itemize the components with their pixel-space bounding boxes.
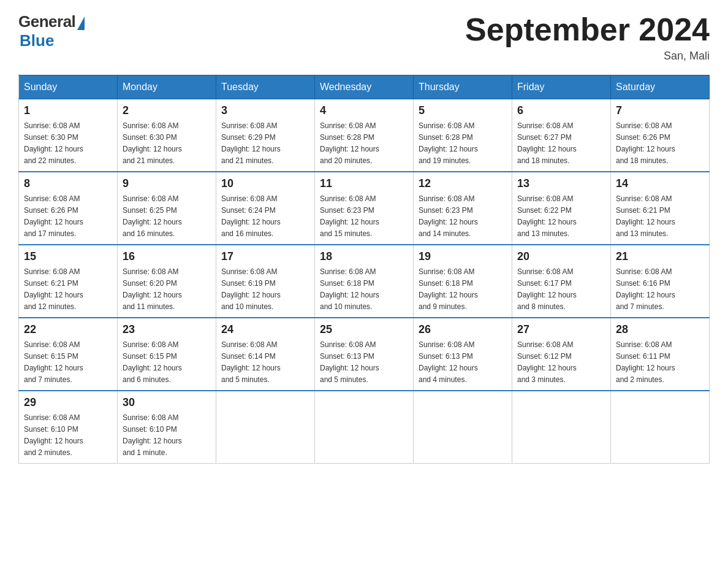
calendar-cell: 3 Sunrise: 6:08 AMSunset: 6:29 PMDayligh…	[216, 99, 315, 172]
day-info: Sunrise: 6:08 AMSunset: 6:30 PMDaylight:…	[24, 121, 83, 165]
day-info: Sunrise: 6:08 AMSunset: 6:27 PMDaylight:…	[517, 121, 577, 165]
page-header: General Blue September 2024 San, Mali	[18, 12, 710, 63]
day-number: 19	[419, 250, 507, 263]
calendar-cell: 24 Sunrise: 6:08 AMSunset: 6:14 PMDaylig…	[216, 318, 315, 391]
day-info: Sunrise: 6:08 AMSunset: 6:26 PMDaylight:…	[24, 194, 83, 238]
col-sunday: Sunday	[19, 75, 118, 99]
calendar-cell: 5 Sunrise: 6:08 AMSunset: 6:28 PMDayligh…	[414, 99, 512, 172]
calendar-cell: 8 Sunrise: 6:08 AMSunset: 6:26 PMDayligh…	[19, 172, 118, 245]
day-number: 29	[24, 396, 112, 409]
day-number: 15	[24, 250, 112, 263]
calendar-cell: 22 Sunrise: 6:08 AMSunset: 6:15 PMDaylig…	[19, 318, 118, 391]
week-row-2: 8 Sunrise: 6:08 AMSunset: 6:26 PMDayligh…	[19, 172, 710, 245]
calendar-cell	[611, 391, 710, 464]
day-info: Sunrise: 6:08 AMSunset: 6:13 PMDaylight:…	[419, 340, 478, 384]
day-info: Sunrise: 6:08 AMSunset: 6:18 PMDaylight:…	[320, 267, 379, 311]
calendar-cell: 25 Sunrise: 6:08 AMSunset: 6:13 PMDaylig…	[315, 318, 414, 391]
day-info: Sunrise: 6:08 AMSunset: 6:11 PMDaylight:…	[616, 340, 675, 384]
day-info: Sunrise: 6:08 AMSunset: 6:25 PMDaylight:…	[123, 194, 182, 238]
calendar-cell: 28 Sunrise: 6:08 AMSunset: 6:11 PMDaylig…	[611, 318, 710, 391]
calendar-cell: 20 Sunrise: 6:08 AMSunset: 6:17 PMDaylig…	[512, 245, 611, 318]
calendar-cell: 29 Sunrise: 6:08 AMSunset: 6:10 PMDaylig…	[19, 391, 118, 464]
day-info: Sunrise: 6:08 AMSunset: 6:29 PMDaylight:…	[221, 121, 281, 165]
day-number: 18	[320, 250, 408, 263]
day-number: 10	[221, 177, 309, 190]
calendar-table: Sunday Monday Tuesday Wednesday Thursday…	[18, 75, 710, 464]
day-info: Sunrise: 6:08 AMSunset: 6:21 PMDaylight:…	[616, 194, 675, 238]
logo-triangle-icon	[77, 17, 85, 30]
calendar-cell: 10 Sunrise: 6:08 AMSunset: 6:24 PMDaylig…	[216, 172, 315, 245]
day-info: Sunrise: 6:08 AMSunset: 6:23 PMDaylight:…	[419, 194, 478, 238]
calendar-cell	[512, 391, 611, 464]
calendar-cell: 2 Sunrise: 6:08 AMSunset: 6:30 PMDayligh…	[118, 99, 216, 172]
calendar-cell: 12 Sunrise: 6:08 AMSunset: 6:23 PMDaylig…	[414, 172, 512, 245]
day-info: Sunrise: 6:08 AMSunset: 6:15 PMDaylight:…	[123, 340, 182, 384]
week-row-1: 1 Sunrise: 6:08 AMSunset: 6:30 PMDayligh…	[19, 99, 710, 172]
day-info: Sunrise: 6:08 AMSunset: 6:30 PMDaylight:…	[123, 121, 182, 165]
logo: General Blue	[18, 12, 85, 50]
day-number: 11	[320, 177, 408, 190]
day-number: 3	[221, 104, 309, 117]
day-info: Sunrise: 6:08 AMSunset: 6:24 PMDaylight:…	[221, 194, 281, 238]
calendar-cell	[414, 391, 512, 464]
day-info: Sunrise: 6:08 AMSunset: 6:20 PMDaylight:…	[123, 267, 182, 311]
day-info: Sunrise: 6:08 AMSunset: 6:10 PMDaylight:…	[123, 413, 182, 457]
day-number: 12	[419, 177, 507, 190]
day-number: 16	[123, 250, 211, 263]
calendar-cell: 30 Sunrise: 6:08 AMSunset: 6:10 PMDaylig…	[118, 391, 216, 464]
day-number: 17	[221, 250, 309, 263]
day-number: 8	[24, 177, 112, 190]
calendar-cell	[216, 391, 315, 464]
calendar-cell: 26 Sunrise: 6:08 AMSunset: 6:13 PMDaylig…	[414, 318, 512, 391]
day-info: Sunrise: 6:08 AMSunset: 6:21 PMDaylight:…	[24, 267, 83, 311]
week-row-4: 22 Sunrise: 6:08 AMSunset: 6:15 PMDaylig…	[19, 318, 710, 391]
day-info: Sunrise: 6:08 AMSunset: 6:18 PMDaylight:…	[419, 267, 478, 311]
day-number: 9	[123, 177, 211, 190]
calendar-cell: 19 Sunrise: 6:08 AMSunset: 6:18 PMDaylig…	[414, 245, 512, 318]
day-number: 6	[517, 104, 605, 117]
calendar-cell: 7 Sunrise: 6:08 AMSunset: 6:26 PMDayligh…	[611, 99, 710, 172]
week-row-3: 15 Sunrise: 6:08 AMSunset: 6:21 PMDaylig…	[19, 245, 710, 318]
day-number: 26	[419, 323, 507, 336]
calendar-cell: 11 Sunrise: 6:08 AMSunset: 6:23 PMDaylig…	[315, 172, 414, 245]
col-monday: Monday	[118, 75, 216, 99]
calendar-cell: 13 Sunrise: 6:08 AMSunset: 6:22 PMDaylig…	[512, 172, 611, 245]
day-number: 22	[24, 323, 112, 336]
col-tuesday: Tuesday	[216, 75, 315, 99]
calendar-cell: 1 Sunrise: 6:08 AMSunset: 6:30 PMDayligh…	[19, 99, 118, 172]
logo-general-text: General	[18, 12, 75, 31]
day-number: 21	[616, 250, 704, 263]
day-number: 25	[320, 323, 408, 336]
day-info: Sunrise: 6:08 AMSunset: 6:28 PMDaylight:…	[320, 121, 379, 165]
day-number: 20	[517, 250, 605, 263]
day-number: 13	[517, 177, 605, 190]
day-info: Sunrise: 6:08 AMSunset: 6:26 PMDaylight:…	[616, 121, 675, 165]
day-info: Sunrise: 6:08 AMSunset: 6:17 PMDaylight:…	[517, 267, 577, 311]
calendar-cell: 14 Sunrise: 6:08 AMSunset: 6:21 PMDaylig…	[611, 172, 710, 245]
col-saturday: Saturday	[611, 75, 710, 99]
day-info: Sunrise: 6:08 AMSunset: 6:19 PMDaylight:…	[221, 267, 281, 311]
calendar-cell: 9 Sunrise: 6:08 AMSunset: 6:25 PMDayligh…	[118, 172, 216, 245]
day-info: Sunrise: 6:08 AMSunset: 6:22 PMDaylight:…	[517, 194, 577, 238]
day-info: Sunrise: 6:08 AMSunset: 6:10 PMDaylight:…	[24, 413, 83, 457]
header-row: Sunday Monday Tuesday Wednesday Thursday…	[19, 75, 710, 99]
calendar-cell: 16 Sunrise: 6:08 AMSunset: 6:20 PMDaylig…	[118, 245, 216, 318]
day-number: 30	[123, 396, 211, 409]
week-row-5: 29 Sunrise: 6:08 AMSunset: 6:10 PMDaylig…	[19, 391, 710, 464]
calendar-cell: 27 Sunrise: 6:08 AMSunset: 6:12 PMDaylig…	[512, 318, 611, 391]
calendar-cell: 23 Sunrise: 6:08 AMSunset: 6:15 PMDaylig…	[118, 318, 216, 391]
day-number: 23	[123, 323, 211, 336]
calendar-cell: 17 Sunrise: 6:08 AMSunset: 6:19 PMDaylig…	[216, 245, 315, 318]
day-number: 2	[123, 104, 211, 117]
col-wednesday: Wednesday	[315, 75, 414, 99]
day-info: Sunrise: 6:08 AMSunset: 6:16 PMDaylight:…	[616, 267, 675, 311]
calendar-cell: 4 Sunrise: 6:08 AMSunset: 6:28 PMDayligh…	[315, 99, 414, 172]
day-info: Sunrise: 6:08 AMSunset: 6:15 PMDaylight:…	[24, 340, 83, 384]
location-label: San, Mali	[465, 50, 710, 63]
day-info: Sunrise: 6:08 AMSunset: 6:13 PMDaylight:…	[320, 340, 379, 384]
day-number: 28	[616, 323, 704, 336]
day-info: Sunrise: 6:08 AMSunset: 6:23 PMDaylight:…	[320, 194, 379, 238]
day-number: 24	[221, 323, 309, 336]
day-number: 27	[517, 323, 605, 336]
col-friday: Friday	[512, 75, 611, 99]
